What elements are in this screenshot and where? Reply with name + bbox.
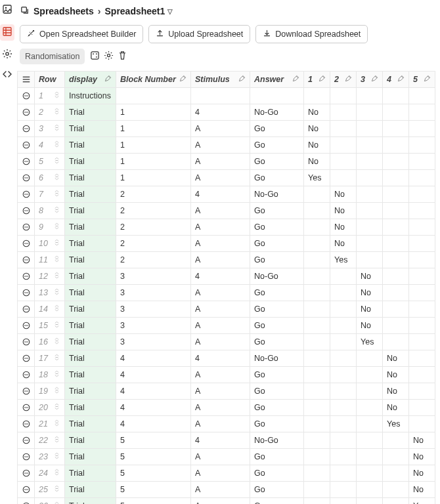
row-number[interactable]: 2 xyxy=(35,104,65,121)
c4-cell[interactable]: No xyxy=(383,383,409,400)
stimulus-cell[interactable]: 4 xyxy=(191,186,250,203)
block-cell[interactable]: 1 xyxy=(116,137,191,154)
answer-cell[interactable]: No-Go xyxy=(250,350,304,367)
c4-cell[interactable] xyxy=(383,268,409,285)
block-cell[interactable]: 5 xyxy=(116,482,191,498)
display-cell[interactable]: Trial xyxy=(65,416,116,432)
c4-cell[interactable] xyxy=(383,219,409,236)
row-menu-button[interactable] xyxy=(18,367,35,383)
row-number[interactable]: 21 xyxy=(35,416,65,432)
c3-cell[interactable] xyxy=(357,186,383,203)
stimulus-cell[interactable]: A xyxy=(191,301,250,318)
display-cell[interactable]: Trial xyxy=(65,137,116,154)
display-cell[interactable]: Trial xyxy=(65,170,116,186)
answer-cell[interactable]: Go xyxy=(250,416,304,432)
display-cell[interactable]: Trial xyxy=(65,449,116,465)
c5-cell[interactable] xyxy=(409,137,435,154)
c3-cell[interactable] xyxy=(357,203,383,219)
drag-icon[interactable] xyxy=(53,288,60,297)
c3-cell[interactable] xyxy=(357,236,383,252)
block-cell[interactable]: 2 xyxy=(116,203,191,219)
row-number[interactable]: 9 xyxy=(35,219,65,236)
c2-cell[interactable] xyxy=(330,432,357,449)
display-cell[interactable]: Trial xyxy=(65,104,116,121)
settings-tab-icon[interactable] xyxy=(2,49,12,61)
answer-cell[interactable] xyxy=(250,88,304,104)
drag-icon[interactable] xyxy=(53,206,60,215)
display-cell[interactable]: Trial xyxy=(65,268,116,285)
drag-icon[interactable] xyxy=(53,436,60,445)
breadcrumb-current[interactable]: Spreadsheet1 xyxy=(105,6,165,16)
block-cell[interactable]: 3 xyxy=(116,301,191,318)
block-cell[interactable]: 4 xyxy=(116,367,191,383)
c1-cell[interactable] xyxy=(304,318,330,334)
row-number[interactable]: 20 xyxy=(35,400,65,416)
c2-cell[interactable] xyxy=(330,367,357,383)
c4-cell[interactable]: No xyxy=(383,367,409,383)
block-cell[interactable]: 1 xyxy=(116,121,191,137)
row-number[interactable]: 19 xyxy=(35,383,65,400)
c3-cell[interactable] xyxy=(357,121,383,137)
display-cell[interactable]: Trial xyxy=(65,498,116,505)
row-number[interactable]: 8 xyxy=(35,203,65,219)
row-menu-button[interactable] xyxy=(18,170,35,186)
row-menu-button[interactable] xyxy=(18,268,35,285)
c2-cell[interactable] xyxy=(330,170,357,186)
c3-cell[interactable] xyxy=(357,154,383,170)
row-number[interactable]: 14 xyxy=(35,301,65,318)
c1-cell[interactable] xyxy=(304,416,330,432)
block-cell[interactable]: 3 xyxy=(116,334,191,350)
c5-cell[interactable] xyxy=(409,301,435,318)
row-number[interactable]: 3 xyxy=(35,121,65,137)
c4-cell[interactable] xyxy=(383,88,409,104)
display-cell[interactable]: Trial xyxy=(65,350,116,367)
answer-cell[interactable]: Go xyxy=(250,449,304,465)
c3-cell[interactable] xyxy=(357,88,383,104)
c1-cell[interactable] xyxy=(304,219,330,236)
display-cell[interactable]: Trial xyxy=(65,465,116,482)
c3-cell[interactable] xyxy=(357,465,383,482)
c1-cell[interactable] xyxy=(304,252,330,268)
block-cell[interactable]: 4 xyxy=(116,350,191,367)
stimulus-cell[interactable]: A xyxy=(191,252,250,268)
c5-cell[interactable] xyxy=(409,334,435,350)
answer-cell[interactable]: No-Go xyxy=(250,104,304,121)
display-cell[interactable]: Trial xyxy=(65,367,116,383)
c5-cell[interactable] xyxy=(409,252,435,268)
c5-cell[interactable] xyxy=(409,400,435,416)
stimulus-cell[interactable]: A xyxy=(191,203,250,219)
c2-cell[interactable] xyxy=(330,301,357,318)
c1-cell[interactable] xyxy=(304,203,330,219)
c5-cell[interactable] xyxy=(409,219,435,236)
display-cell[interactable]: Trial xyxy=(65,432,116,449)
drag-icon[interactable] xyxy=(53,419,60,429)
c4-cell[interactable] xyxy=(383,285,409,301)
c1-cell[interactable]: Yes xyxy=(304,170,330,186)
display-cell[interactable]: Instructions xyxy=(65,88,116,104)
c4-cell[interactable] xyxy=(383,301,409,318)
block-cell[interactable]: 2 xyxy=(116,186,191,203)
c2-cell[interactable] xyxy=(330,498,357,505)
col3-header[interactable]: 3 xyxy=(357,72,383,88)
row-menu-button[interactable] xyxy=(18,236,35,252)
pencil-icon[interactable] xyxy=(179,75,187,84)
display-cell[interactable]: Trial xyxy=(65,121,116,137)
stimulus-cell[interactable]: A xyxy=(191,482,250,498)
answer-cell[interactable]: Go xyxy=(250,203,304,219)
dropdown-icon[interactable]: ▽ xyxy=(167,8,173,15)
row-header[interactable]: Row xyxy=(35,72,65,88)
answer-cell[interactable]: Go xyxy=(250,498,304,505)
c5-cell[interactable] xyxy=(409,268,435,285)
row-number[interactable]: 1 xyxy=(35,88,65,104)
stimulus-cell[interactable]: 4 xyxy=(191,432,250,449)
c2-cell[interactable] xyxy=(330,104,357,121)
c2-cell[interactable]: No xyxy=(330,236,357,252)
c4-cell[interactable]: No xyxy=(383,350,409,367)
block-cell[interactable]: 4 xyxy=(116,383,191,400)
upload-button[interactable]: Upload Spreadsheet xyxy=(148,25,250,43)
c1-cell[interactable]: No xyxy=(304,121,330,137)
randomisation-button[interactable]: Randomisation xyxy=(20,49,85,64)
c1-cell[interactable] xyxy=(304,482,330,498)
block-cell[interactable]: 1 xyxy=(116,104,191,121)
row-number[interactable]: 10 xyxy=(35,236,65,252)
